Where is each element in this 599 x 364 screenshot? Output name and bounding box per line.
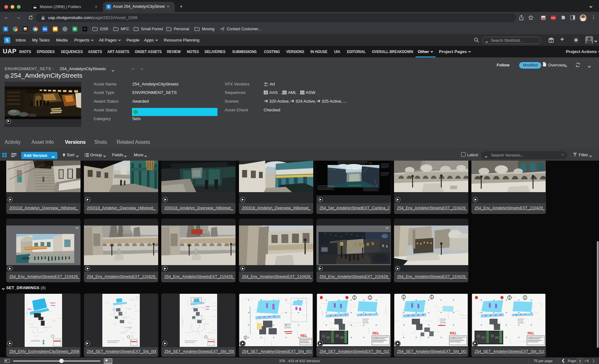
svg-text:REL: REL: [450, 331, 457, 335]
svg-text:REL: REL: [528, 331, 534, 335]
svg-text:REL: REL: [373, 331, 379, 335]
svg-text:REL: REL: [300, 334, 307, 337]
